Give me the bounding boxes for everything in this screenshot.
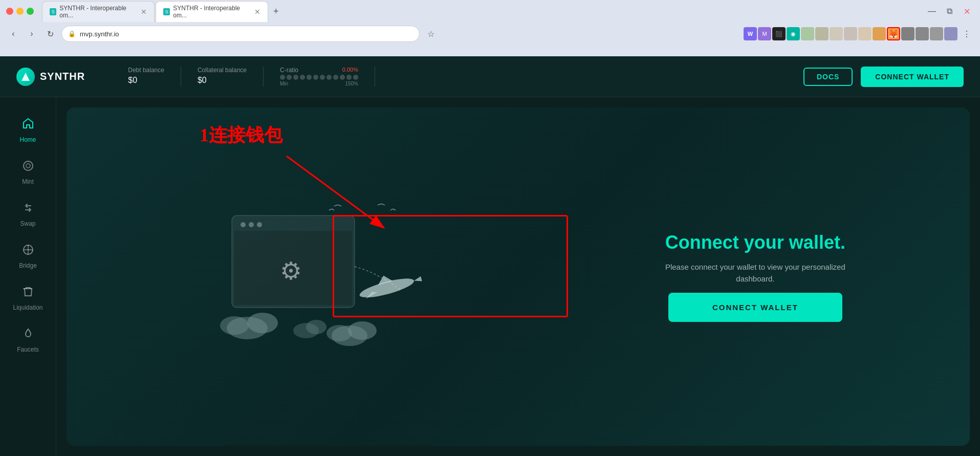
sidebar: Home Mint Swap bbox=[0, 97, 56, 456]
sidebar-item-faucets[interactable]: Faucets bbox=[0, 319, 56, 361]
browser-tab-1[interactable]: S SYNTHR - Interoperable om... ✕ bbox=[42, 1, 155, 22]
ext-icon-13[interactable] bbox=[930, 27, 943, 40]
app-body: Home Mint Swap bbox=[0, 97, 980, 456]
extension-icons: W M ⬛ ◉ 🦊 bbox=[744, 27, 957, 40]
ext-icon-5[interactable] bbox=[801, 27, 814, 40]
wallet-title: Connect your wallet. bbox=[665, 231, 845, 253]
cratio-dots bbox=[280, 75, 358, 80]
new-tab-button[interactable]: + bbox=[269, 1, 283, 22]
cratio-dot-5 bbox=[307, 75, 312, 80]
collateral-balance-stat: Collateral balance $0 bbox=[181, 67, 264, 86]
sidebar-label-bridge: Bridge bbox=[19, 262, 37, 269]
cratio-minmax: Min 150% bbox=[280, 81, 358, 86]
app-header: SYNTHR Debt balance $0 Collateral balanc… bbox=[0, 56, 980, 97]
tab-close-1[interactable]: ✕ bbox=[141, 8, 147, 16]
tab-favicon-1: S bbox=[50, 8, 56, 15]
cratio-dot-10 bbox=[340, 75, 345, 80]
svg-point-2 bbox=[26, 164, 30, 168]
maximize-button[interactable] bbox=[27, 8, 34, 15]
window-right-controls: — ⧉ ✕ bbox=[925, 4, 974, 18]
ssl-icon: 🔒 bbox=[68, 30, 76, 37]
debt-balance-stat: Debt balance $0 bbox=[128, 67, 181, 86]
back-button[interactable]: ‹ bbox=[6, 27, 20, 41]
browser-tab-2[interactable]: S SYNTHR - Interoperable om... ✕ bbox=[156, 1, 268, 22]
ext-icon-4[interactable]: ◉ bbox=[787, 27, 800, 40]
sidebar-item-mint[interactable]: Mint bbox=[0, 151, 56, 193]
svg-point-23 bbox=[306, 320, 326, 334]
ext-icon-7[interactable] bbox=[830, 27, 843, 40]
sidebar-item-liquidation[interactable]: Liquidation bbox=[0, 277, 56, 319]
bridge-icon bbox=[22, 244, 34, 259]
metamask-icon[interactable]: 🦊 bbox=[887, 27, 900, 40]
sidebar-label-faucets: Faucets bbox=[17, 346, 39, 353]
docs-button[interactable]: DOCS bbox=[803, 68, 853, 86]
sidebar-item-swap[interactable]: Swap bbox=[0, 193, 56, 235]
faucets-icon bbox=[22, 328, 34, 343]
svg-point-20 bbox=[348, 321, 377, 340]
annotation-text: 1连接钱包 bbox=[200, 123, 282, 148]
browser-chrome: S SYNTHR - Interoperable om... ✕ S SYNTH… bbox=[0, 0, 980, 56]
svg-marker-13 bbox=[413, 276, 422, 283]
cratio-dot-6 bbox=[313, 75, 318, 80]
ext-icon-6[interactable] bbox=[815, 27, 829, 40]
browser-toolbar: ‹ › ↻ 🔒 mvp.synthr.io ☆ W M ⬛ ◉ bbox=[0, 23, 980, 45]
connect-wallet-header-button[interactable]: CONNECT WALLET bbox=[861, 67, 964, 87]
tab-title-2: SYNTHR - Interoperable om... bbox=[173, 5, 251, 19]
logo-icon bbox=[16, 68, 35, 86]
bookmark-button[interactable]: ☆ bbox=[424, 27, 438, 41]
svg-point-8 bbox=[249, 222, 254, 227]
ext-icon-14[interactable] bbox=[944, 27, 957, 40]
ext-icon-11[interactable] bbox=[901, 27, 914, 40]
window-close-btn[interactable]: ✕ bbox=[960, 4, 974, 18]
cratio-dot-9 bbox=[333, 75, 338, 80]
main-panel: ⚙ bbox=[56, 97, 980, 456]
wallet-subtitle: Please connect your wallet to view your … bbox=[653, 262, 858, 285]
sidebar-label-home: Home bbox=[19, 136, 36, 143]
svg-point-17 bbox=[247, 313, 278, 333]
tab-favicon-2: S bbox=[163, 8, 170, 15]
svg-point-18 bbox=[220, 316, 249, 335]
url-text: mvp.synthr.io bbox=[80, 30, 119, 38]
connect-wallet-main-button[interactable]: CONNECT WALLET bbox=[668, 293, 842, 322]
window-restore-btn[interactable]: ⧉ bbox=[942, 4, 956, 18]
sidebar-label-liquidation: Liquidation bbox=[13, 304, 42, 311]
home-icon bbox=[22, 118, 34, 133]
header-right: DOCS CONNECT WALLET bbox=[803, 67, 964, 87]
ext-icon-1[interactable]: W bbox=[744, 27, 757, 40]
swap-icon bbox=[22, 202, 34, 217]
header-stats: Debt balance $0 Collateral balance $0 C-… bbox=[128, 67, 375, 86]
dashboard-illustration: ⚙ bbox=[201, 190, 447, 364]
logo: SYNTHR bbox=[16, 68, 85, 86]
ext-icon-8[interactable] bbox=[844, 27, 857, 40]
tab-close-2[interactable]: ✕ bbox=[254, 8, 260, 16]
close-button[interactable] bbox=[6, 8, 13, 15]
toolbar-right: W M ⬛ ◉ 🦊 bbox=[744, 27, 974, 41]
metamask-fox-icon: 🦊 bbox=[888, 29, 899, 39]
minimize-button[interactable] bbox=[16, 8, 24, 15]
reload-button[interactable]: ↻ bbox=[43, 27, 57, 41]
cratio-value: 0.00% bbox=[342, 67, 358, 74]
ext-icon-9[interactable] bbox=[858, 27, 872, 40]
more-options-button[interactable]: ⋮ bbox=[960, 27, 974, 41]
browser-tabs: S SYNTHR - Interoperable om... ✕ S SYNTH… bbox=[42, 1, 921, 22]
window-minimize-btn[interactable]: — bbox=[925, 4, 939, 18]
browser-title-bar: S SYNTHR - Interoperable om... ✕ S SYNTH… bbox=[0, 0, 980, 23]
sidebar-item-home[interactable]: Home bbox=[0, 110, 56, 151]
debt-value: $0 bbox=[128, 76, 164, 85]
svg-point-1 bbox=[24, 161, 33, 170]
cratio-dot-7 bbox=[320, 75, 325, 80]
address-bar[interactable]: 🔒 mvp.synthr.io bbox=[61, 26, 420, 42]
liquidation-icon bbox=[22, 286, 34, 301]
forward-button[interactable]: › bbox=[25, 27, 39, 41]
ext-icon-12[interactable] bbox=[916, 27, 929, 40]
svg-point-7 bbox=[241, 222, 246, 227]
ext-icon-3[interactable]: ⬛ bbox=[772, 27, 786, 40]
ext-icon-10[interactable] bbox=[873, 27, 886, 40]
mint-icon bbox=[22, 160, 34, 175]
ext-icon-2[interactable]: M bbox=[758, 27, 771, 40]
app: SYNTHR Debt balance $0 Collateral balanc… bbox=[0, 56, 980, 456]
sidebar-item-bridge[interactable]: Bridge bbox=[0, 235, 56, 277]
collateral-value: $0 bbox=[198, 76, 247, 85]
logo-text: SYNTHR bbox=[40, 71, 85, 82]
tab-title-1: SYNTHR - Interoperable om... bbox=[59, 5, 138, 19]
